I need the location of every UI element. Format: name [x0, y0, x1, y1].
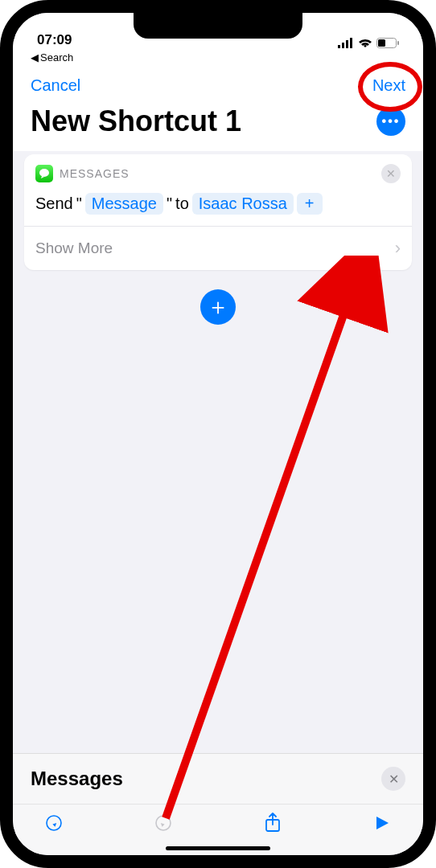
remove-action-button[interactable]: ✕: [381, 164, 401, 183]
status-time: 07:09: [37, 32, 72, 48]
run-button[interactable]: [370, 811, 394, 835]
redo-button[interactable]: [151, 811, 175, 835]
add-recipient-button[interactable]: +: [297, 193, 323, 215]
more-options-button[interactable]: •••: [376, 107, 405, 136]
battery-icon: [376, 38, 399, 48]
page-title: New Shortcut 1: [31, 104, 241, 138]
ellipsis-icon: •••: [382, 114, 401, 129]
bottom-sheet-title: Messages: [31, 768, 123, 790]
svg-line-8: [166, 272, 359, 818]
play-icon: [374, 815, 390, 831]
close-icon: ✕: [386, 167, 396, 180]
plus-icon: ＋: [207, 292, 229, 322]
action-body: Send " Message " to Isaac Rossa +: [24, 188, 412, 226]
action-app-label: MESSAGES: [60, 167, 375, 180]
bottom-sheet: Messages ✕: [13, 753, 423, 855]
recipient-token[interactable]: Isaac Rossa: [192, 193, 294, 215]
svg-point-7: [39, 169, 49, 177]
messages-app-icon: [35, 165, 53, 182]
next-button[interactable]: Next: [372, 76, 405, 95]
svg-rect-5: [378, 39, 385, 47]
share-icon: [264, 813, 282, 833]
add-action-button[interactable]: ＋: [200, 289, 236, 325]
svg-rect-1: [342, 43, 344, 48]
cancel-button[interactable]: Cancel: [31, 76, 80, 95]
message-token[interactable]: Message: [85, 193, 163, 215]
quote-close: ": [167, 194, 172, 213]
svg-rect-3: [350, 38, 352, 48]
show-more-label: Show More: [35, 240, 113, 257]
svg-rect-0: [338, 45, 340, 48]
breadcrumb-label: Search: [40, 51, 73, 63]
svg-rect-2: [346, 40, 348, 48]
home-indicator[interactable]: [166, 846, 270, 850]
chevron-right-icon: ›: [395, 238, 401, 259]
to-text: to: [175, 194, 189, 213]
bottom-toolbar: [13, 804, 423, 843]
show-more-row[interactable]: Show More ›: [24, 226, 412, 270]
svg-point-9: [47, 816, 61, 830]
back-arrow-icon: ◀: [31, 51, 39, 63]
breadcrumb[interactable]: ◀ Search: [13, 50, 423, 63]
cellular-signal-icon: [338, 38, 354, 48]
quote-open: ": [76, 194, 82, 213]
redo-icon: [154, 813, 173, 833]
undo-icon: [44, 813, 64, 833]
wifi-icon: [358, 38, 372, 48]
send-text: Send: [35, 194, 73, 213]
undo-button[interactable]: [42, 811, 66, 835]
bottom-sheet-close-button[interactable]: ✕: [381, 767, 405, 791]
close-icon: ✕: [389, 772, 399, 787]
action-card: MESSAGES ✕ Send " Message " to Isaac Ros…: [24, 154, 412, 270]
svg-rect-6: [397, 41, 399, 45]
svg-point-10: [156, 816, 171, 830]
share-button[interactable]: [261, 811, 285, 835]
